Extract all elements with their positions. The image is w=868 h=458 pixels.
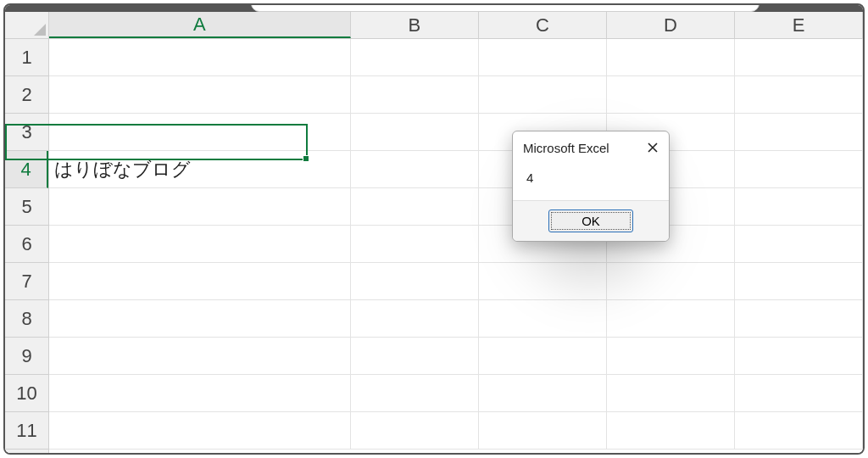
cell-D8[interactable] bbox=[607, 300, 735, 338]
cell-B1[interactable] bbox=[351, 39, 479, 76]
cell-A5[interactable] bbox=[49, 188, 351, 226]
cell-B2[interactable] bbox=[351, 76, 479, 114]
cell-C11[interactable] bbox=[479, 412, 607, 450]
cell-C8[interactable] bbox=[479, 300, 607, 338]
grid-row bbox=[49, 412, 863, 450]
cell-A7[interactable] bbox=[49, 263, 351, 300]
row-header-4[interactable]: 4 bbox=[5, 151, 48, 188]
grid-row bbox=[49, 188, 863, 226]
msgbox-title: Microsoft Excel bbox=[523, 141, 609, 155]
cell-C1[interactable] bbox=[479, 39, 607, 76]
cell-C9[interactable] bbox=[479, 338, 607, 375]
row-header-11[interactable]: 11 bbox=[5, 412, 48, 450]
cell-E2[interactable] bbox=[735, 76, 863, 114]
cell-B4[interactable] bbox=[351, 151, 479, 188]
cell-D10[interactable] bbox=[607, 375, 735, 412]
column-header-E[interactable]: E bbox=[735, 12, 863, 38]
cell-A2[interactable] bbox=[49, 76, 351, 114]
row-header-1[interactable]: 1 bbox=[5, 39, 48, 76]
cell-E3[interactable] bbox=[735, 114, 863, 151]
row-header-2[interactable]: 2 bbox=[5, 76, 48, 114]
cell-A3[interactable] bbox=[49, 114, 351, 151]
cell-E9[interactable] bbox=[735, 338, 863, 375]
cell-D9[interactable] bbox=[607, 338, 735, 375]
formula-bar-fragment bbox=[251, 3, 760, 12]
grid-row bbox=[49, 338, 863, 375]
app-frame: ABCDE 1234567891011 はりぼなブログ Microsoft Ex… bbox=[3, 3, 865, 455]
select-all-corner[interactable] bbox=[5, 12, 49, 39]
cell-A11[interactable] bbox=[49, 412, 351, 450]
cell-D11[interactable] bbox=[607, 412, 735, 450]
cell-A6[interactable] bbox=[49, 226, 351, 263]
cell-E10[interactable] bbox=[735, 375, 863, 412]
row-header-5[interactable]: 5 bbox=[5, 188, 48, 226]
cell-B6[interactable] bbox=[351, 226, 479, 263]
cell-B5[interactable] bbox=[351, 188, 479, 226]
row-header-6[interactable]: 6 bbox=[5, 226, 48, 263]
cell-E8[interactable] bbox=[735, 300, 863, 338]
cell-D7[interactable] bbox=[607, 263, 735, 300]
cell-D1[interactable] bbox=[607, 39, 735, 76]
cell-E11[interactable] bbox=[735, 412, 863, 450]
grid-row bbox=[49, 76, 863, 114]
row-headers: 1234567891011 bbox=[5, 39, 49, 453]
column-header-C[interactable]: C bbox=[479, 12, 607, 38]
cell-B8[interactable] bbox=[351, 300, 479, 338]
grid-row bbox=[49, 114, 863, 151]
row-header-3[interactable]: 3 bbox=[5, 114, 48, 151]
grid-row bbox=[49, 226, 863, 263]
cell-E5[interactable] bbox=[735, 188, 863, 226]
cell-A4[interactable]: はりぼなブログ bbox=[49, 151, 351, 188]
cell-B7[interactable] bbox=[351, 263, 479, 300]
row-header-7[interactable]: 7 bbox=[5, 263, 48, 300]
cell-E7[interactable] bbox=[735, 263, 863, 300]
cell-E4[interactable] bbox=[735, 151, 863, 188]
msgbox-message: 4 bbox=[513, 160, 669, 200]
row-header-10[interactable]: 10 bbox=[5, 375, 48, 412]
cell-E1[interactable] bbox=[735, 39, 863, 76]
grid-row: はりぼなブログ bbox=[49, 151, 863, 188]
cell-C7[interactable] bbox=[479, 263, 607, 300]
cell-B9[interactable] bbox=[351, 338, 479, 375]
msgbox-footer: OK bbox=[513, 200, 669, 241]
row-header-8[interactable]: 8 bbox=[5, 300, 48, 338]
column-header-A[interactable]: A bbox=[49, 12, 351, 38]
cell-B10[interactable] bbox=[351, 375, 479, 412]
grid-row bbox=[49, 39, 863, 76]
cell-E6[interactable] bbox=[735, 226, 863, 263]
grid-row bbox=[49, 375, 863, 412]
cell-A9[interactable] bbox=[49, 338, 351, 375]
cell-C2[interactable] bbox=[479, 76, 607, 114]
cell-grid[interactable]: はりぼなブログ bbox=[49, 39, 863, 453]
cell-A8[interactable] bbox=[49, 300, 351, 338]
cell-B3[interactable] bbox=[351, 114, 479, 151]
grid-row bbox=[49, 263, 863, 300]
column-header-D[interactable]: D bbox=[607, 12, 735, 38]
row-header-9[interactable]: 9 bbox=[5, 338, 48, 375]
cell-B11[interactable] bbox=[351, 412, 479, 450]
column-headers: ABCDE bbox=[49, 12, 863, 39]
column-header-B[interactable]: B bbox=[351, 12, 479, 38]
close-icon[interactable] bbox=[643, 138, 662, 157]
worksheet: ABCDE 1234567891011 はりぼなブログ Microsoft Ex… bbox=[5, 12, 863, 453]
ok-button[interactable]: OK bbox=[548, 209, 633, 232]
grid-row bbox=[49, 300, 863, 338]
cell-C10[interactable] bbox=[479, 375, 607, 412]
message-box: Microsoft Excel 4 OK bbox=[512, 131, 670, 242]
cell-A1[interactable] bbox=[49, 39, 351, 76]
cell-A10[interactable] bbox=[49, 375, 351, 412]
cell-D2[interactable] bbox=[607, 76, 735, 114]
msgbox-titlebar: Microsoft Excel bbox=[513, 131, 669, 160]
